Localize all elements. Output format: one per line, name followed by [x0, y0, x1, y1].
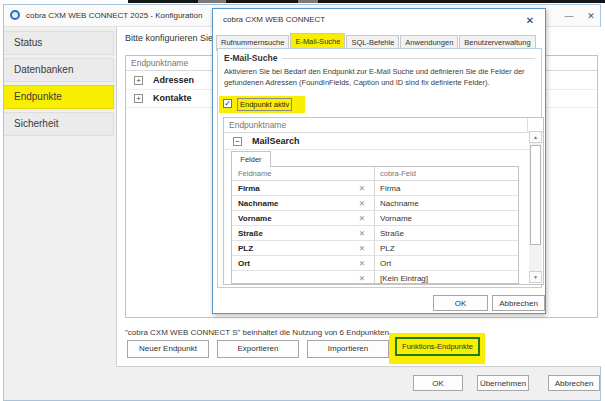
scroll-down-icon[interactable]: ▼: [529, 271, 542, 283]
scrollbar-thumb[interactable]: [530, 145, 541, 245]
section-divider: [282, 58, 535, 59]
expand-icon[interactable]: +: [134, 94, 143, 103]
field-row[interactable]: Vorname ✕ Vorname: [232, 211, 518, 226]
cobra-field-value[interactable]: Straße: [380, 226, 404, 241]
collapse-icon[interactable]: −: [233, 137, 242, 146]
field-name: Nachname: [238, 196, 278, 211]
cobra-field-value[interactable]: [Kein Eintrag]: [380, 271, 428, 284]
column-header-feldname: Feldname: [238, 167, 271, 181]
dialog-ok-button[interactable]: OK: [433, 295, 488, 311]
description-line2: gefundenen Adressen (FoundInFields, Capt…: [224, 78, 490, 87]
export-button[interactable]: Exportieren: [217, 340, 299, 358]
dialog-cancel-button[interactable]: Abbrechen: [492, 295, 545, 311]
apply-button[interactable]: Übernehmen: [477, 375, 529, 391]
section-title: E-Mail-Suche: [224, 53, 277, 63]
license-note: "cobra CXM WEB CONNECT S" beinhaltet die…: [125, 328, 391, 337]
endpoint-row-label: Kontakte: [153, 93, 192, 103]
mailsearch-group-row[interactable]: − MailSearch: [224, 133, 529, 150]
cobra-field-value[interactable]: Nachname: [380, 196, 419, 211]
remove-icon[interactable]: ✕: [356, 256, 368, 271]
sidebar-item-endpunkte[interactable]: Endpunkte: [4, 85, 114, 109]
ok-button[interactable]: OK: [413, 375, 463, 391]
email-search-tab-panel: E-Mail-Suche Aktivieren Sie bei Bedarf d…: [217, 48, 542, 288]
close-icon[interactable]: ✕: [523, 14, 537, 28]
fields-grid: Feldname cobra-Feld Firma ✕ Firma Nachna…: [231, 166, 519, 284]
email-search-dialog: cobra CXM WEB CONNECT ✕ RufnummernsucheE…: [212, 8, 546, 314]
mailsearch-endpoint-table: Endpunktname − MailSearch Felder Feldnam…: [223, 117, 544, 285]
dialog-title: cobra CXM WEB CONNECT: [223, 15, 325, 24]
remove-icon[interactable]: ✕: [356, 211, 368, 226]
cobra-field-value[interactable]: Firma: [380, 181, 400, 196]
remove-icon[interactable]: ✕: [356, 181, 368, 196]
group-row-label: MailSearch: [252, 136, 300, 146]
field-name: Vorname: [238, 211, 272, 226]
field-row[interactable]: Ort ✕ Ort: [232, 256, 518, 271]
sidebar-item-datenbanken[interactable]: Datenbanken: [4, 58, 114, 82]
new-endpoint-button[interactable]: Neuer Endpunkt: [127, 340, 209, 358]
field-row[interactable]: PLZ ✕ PLZ: [232, 241, 518, 256]
endpoint-active-label[interactable]: Endpunkt aktiv: [237, 98, 292, 111]
tab-felder[interactable]: Felder: [231, 151, 271, 167]
remove-icon[interactable]: ✕: [356, 226, 368, 241]
app-icon: [10, 10, 20, 20]
minimize-icon[interactable]: —: [561, 9, 577, 23]
expand-icon[interactable]: +: [134, 76, 143, 85]
field-name: Firma: [238, 181, 260, 196]
field-row[interactable]: Nachname ✕ Nachname: [232, 196, 518, 211]
fields-grid-header: Feldname cobra-Feld: [232, 167, 518, 181]
column-header-cobra-feld: cobra-Feld: [380, 167, 416, 181]
remove-icon[interactable]: ✕: [356, 196, 368, 211]
main-window-title: cobra CXM WEB CONNECT 2025 - Konfigurati…: [26, 11, 202, 20]
field-name: PLZ: [238, 241, 253, 256]
scroll-up-icon[interactable]: ▲: [529, 131, 542, 143]
remove-icon[interactable]: ✕: [356, 241, 368, 256]
function-endpoints-button[interactable]: Funktions-Endpunkte: [395, 337, 480, 356]
background-window-fragment: [128, 0, 605, 3]
field-name: Straße: [238, 226, 263, 241]
cobra-field-value[interactable]: Vorname: [380, 211, 412, 226]
field-row[interactable]: Straße ✕ Straße: [232, 226, 518, 241]
scrollbar[interactable]: ▲ ▼: [529, 131, 542, 283]
screenshot-canvas: cobra CXM WEB CONNECT 2025 - Konfigurati…: [0, 0, 605, 401]
sidebar-item-status[interactable]: Status: [4, 31, 114, 55]
cancel-button[interactable]: Abbrechen: [548, 375, 600, 391]
cobra-field-value[interactable]: Ort: [380, 256, 391, 271]
remove-icon[interactable]: ✕: [356, 271, 368, 284]
field-row-partial[interactable]: ✕ [Kein Eintrag]: [232, 271, 518, 284]
cobra-field-value[interactable]: PLZ: [380, 241, 395, 256]
endpoint-active-checkbox[interactable]: ✓: [223, 99, 232, 108]
endpoint-row-label: Adressen: [153, 75, 194, 85]
header-divider: [527, 118, 528, 133]
field-row[interactable]: Firma ✕ Firma: [232, 181, 518, 196]
background-fragment-detail: [298, 0, 318, 3]
close-icon[interactable]: ✕: [583, 9, 599, 23]
dialog-table-header: Endpunktname: [224, 118, 543, 133]
description-line1: Aktivieren Sie bei Bedarf den Endpunkt z…: [224, 67, 525, 76]
background-fragment-detail: [198, 0, 226, 3]
sidebar-item-sicherheit[interactable]: Sicherheit: [4, 112, 114, 136]
import-button[interactable]: Importieren: [307, 340, 389, 358]
field-name: Ort: [238, 256, 250, 271]
